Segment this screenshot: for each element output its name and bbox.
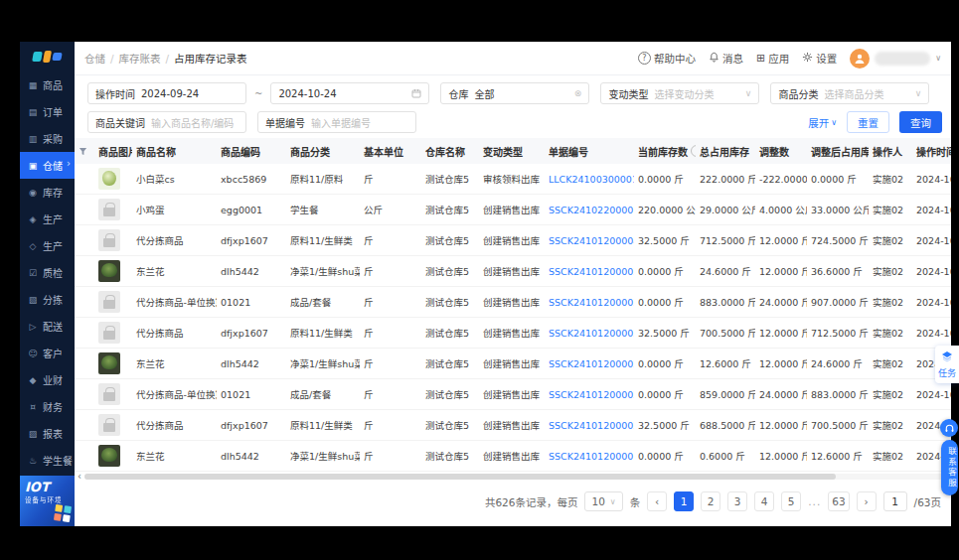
table-row[interactable]: 代分拣商品dfjxp1607原料11/生鲜类斤测试仓库5创建销售出库SSCK24…	[75, 318, 951, 349]
category-select[interactable]: 商品分类 选择商品分类 ∨	[770, 82, 929, 104]
product-code: dfjxp1607	[217, 420, 286, 431]
brand-logo[interactable]	[20, 42, 75, 71]
table-row[interactable]: 代分拣商品-单位换算01021成品/套餐斤测试仓库5创建销售出库SSCK2410…	[75, 379, 951, 410]
sidebar-item-orders[interactable]: ▤订单	[20, 98, 75, 125]
column-header[interactable]: 变动类型	[479, 144, 545, 159]
column-header[interactable]: 商品分类	[286, 144, 360, 159]
docno-input[interactable]: 单据编号 输入单据编号	[257, 111, 416, 133]
column-header[interactable]: 调整后占用库存	[807, 144, 869, 159]
sidebar-item-label: 商品	[43, 77, 63, 92]
product-image-placeholder	[98, 291, 120, 313]
page-jump-input[interactable]: 1	[883, 491, 907, 511]
prev-page-button[interactable]: ‹	[647, 491, 667, 511]
table-row[interactable]: 代分拣商品-单位换算01021成品/套餐斤测试仓库5创建销售出库SSCK2410…	[75, 287, 951, 318]
iot-banner[interactable]: IOT 设备与环境	[20, 476, 75, 526]
page-size-select[interactable]: 10 ∨	[584, 491, 622, 511]
sidebar-item-quality-check[interactable]: ☑质检	[20, 259, 75, 286]
table-row[interactable]: 小鸡蛋egg0001学生餐公斤测试仓库5创建销售出库SSCK2410220000…	[75, 195, 951, 225]
breadcrumb-warehouse[interactable]: 仓储	[84, 51, 105, 66]
column-header[interactable]: 调整数	[755, 144, 807, 159]
settings-button[interactable]: 设置	[802, 51, 837, 66]
doc-no-link[interactable]: SSCK24101200002	[549, 389, 634, 400]
adjust-qty: 12.0000 斤	[755, 233, 807, 247]
column-header[interactable]: 当前库存数i	[634, 144, 696, 159]
breadcrumb-stock-ledger[interactable]: 库存账表	[119, 51, 161, 66]
column-header[interactable]: 操作时间	[912, 144, 951, 159]
warehouse-select[interactable]: 仓库 全部 ⊗	[440, 82, 589, 104]
page-button-1[interactable]: 1	[674, 491, 694, 511]
sidebar-item-goods[interactable]: ▦商品	[20, 71, 75, 98]
keyword-input[interactable]: 商品关键词 输入商品名称/编码	[87, 111, 246, 133]
expand-toggle[interactable]: 展开 ∨	[808, 115, 837, 130]
table-row[interactable]: 代分拣商品dfjxp1607原料11/生鲜类斤测试仓库5创建销售出库SSCK24…	[75, 225, 951, 256]
column-header[interactable]: 操作人	[869, 144, 912, 159]
table-row[interactable]: 小白菜csxbcc5869原料11/原料斤测试仓库5审核领料出库LLCK2410…	[75, 164, 951, 195]
doc-no-link[interactable]: SSCK24101200003	[549, 297, 634, 308]
sidebar-item-warehouse[interactable]: ▣仓储	[20, 152, 75, 179]
date-from-input[interactable]: 操作时间 2024-09-24	[87, 82, 246, 104]
sidebar-item-sorting[interactable]: ▧分拣	[20, 286, 75, 313]
filter-panel: 操作时间 2024-09-24 ~ 2024-10-24 仓库 全部 ⊗ 变动类…	[75, 75, 951, 138]
scrollbar-thumb[interactable]	[84, 474, 836, 480]
column-header[interactable]: 总占用库存	[696, 144, 755, 159]
search-button[interactable]: 查询	[899, 111, 942, 133]
column-header[interactable]: 单据编号	[545, 144, 634, 159]
reset-button[interactable]: 重置	[847, 111, 889, 133]
report-icon: ▨	[27, 429, 39, 439]
filter-actions: 展开 ∨ 重置 查询	[808, 111, 944, 133]
change-type-select[interactable]: 变动类型 选择变动分类 ∨	[600, 82, 759, 104]
page-button-63[interactable]: 63	[828, 491, 849, 511]
product-category: 原料11/生鲜类	[286, 326, 360, 340]
occupied-after-adjust: 33.0000 公斤	[807, 203, 869, 216]
column-filter-icon[interactable]	[75, 147, 94, 156]
clear-icon[interactable]: ⊗	[574, 88, 582, 98]
column-header[interactable]: 商品名称	[132, 144, 217, 159]
base-unit: 斤	[360, 356, 421, 370]
table-row[interactable]: 东兰花dlh5442净菜1/生鲜shu菜类...斤测试仓库5创建销售出库SSCK…	[75, 441, 951, 472]
product-image-cell	[94, 414, 132, 436]
sidebar-item-student-meal[interactable]: ♨学生餐	[20, 447, 75, 474]
sidebar-item-inventory[interactable]: ◉库存	[20, 179, 75, 206]
next-icon: ›	[864, 495, 868, 507]
column-header[interactable]: 仓库名称	[421, 144, 479, 159]
help-center-button[interactable]: ? 帮助中心	[638, 51, 696, 66]
sidebar-item-finance[interactable]: ¤财务	[20, 393, 75, 420]
doc-no-link[interactable]: SSCK24101200004	[549, 235, 634, 246]
sidebar-item-report[interactable]: ▨报表	[20, 420, 75, 447]
task-fab[interactable]: 任务	[935, 346, 959, 383]
column-header[interactable]: 基本单位	[360, 144, 421, 159]
headset-icon[interactable]	[940, 419, 958, 437]
column-header[interactable]: 商品图片	[94, 144, 132, 159]
user-menu[interactable]: ∨	[850, 49, 941, 69]
apps-button[interactable]: ⊞ 应用	[756, 51, 789, 66]
page-button-5[interactable]: 5	[781, 491, 801, 511]
sidebar-item-customer[interactable]: ☺客户	[20, 340, 75, 366]
sidebar-item-biz-finance[interactable]: ◆业财	[20, 366, 75, 393]
column-header[interactable]: 商品编码	[217, 144, 286, 159]
doc-no-link[interactable]: SSCK24101200003	[549, 328, 634, 339]
doc-no-link[interactable]: SSCK24101200001	[549, 451, 634, 462]
horizontal-scrollbar[interactable]	[84, 474, 948, 480]
next-page-button[interactable]: ›	[857, 491, 877, 511]
doc-no-link[interactable]: SSCK24102200001	[549, 205, 634, 215]
page-button-2[interactable]: 2	[701, 491, 720, 511]
customer-service-label[interactable]: 联系客服	[941, 440, 958, 495]
date-to-input[interactable]: 2024-10-24	[270, 82, 429, 104]
table-row[interactable]: 代分拣商品dfjxp1607原料11/生鲜类斤测试仓库5创建销售出库SSCK24…	[75, 410, 951, 441]
doc-no-link[interactable]: SSCK24101200002	[549, 358, 634, 369]
sidebar-item-production[interactable]: ◈生产	[20, 206, 75, 232]
sidebar-item-production2[interactable]: ◇生产	[20, 232, 75, 259]
doc-no-link[interactable]: LLCK24100300001	[549, 174, 634, 185]
messages-button[interactable]: 消息	[709, 51, 743, 66]
page-button-3[interactable]: 3	[727, 491, 747, 511]
table-row[interactable]: 东兰花dlh5442净菜1/生鲜shu菜类...斤测试仓库5创建销售出库SSCK…	[75, 349, 951, 379]
table-row[interactable]: 东兰花dlh5442净菜1/生鲜shu菜类...斤测试仓库5创建销售出库SSCK…	[75, 256, 951, 287]
apps-grid-icon: ⊞	[756, 53, 765, 64]
product-code: 01021	[217, 297, 286, 308]
page-button-4[interactable]: 4	[754, 491, 774, 511]
doc-no-link[interactable]: SSCK24101200002	[549, 420, 634, 431]
doc-no-link[interactable]: SSCK24101200003	[549, 266, 634, 277]
scroll-left-arrow[interactable]: ‹	[78, 472, 81, 482]
sidebar-item-purchase[interactable]: ▥采购	[20, 125, 75, 152]
sidebar-item-delivery[interactable]: ▷配送	[20, 313, 75, 340]
